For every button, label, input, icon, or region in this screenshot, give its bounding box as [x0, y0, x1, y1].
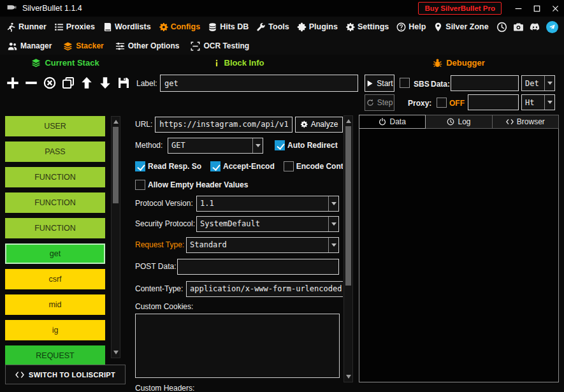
- stack-block-get-selected[interactable]: get: [5, 243, 105, 264]
- tab-manager[interactable]: Manager: [8, 41, 52, 51]
- menu-item-proxies[interactable]: Proxies: [54, 22, 95, 32]
- content-type-dropdown[interactable]: application/x-www-form-urlencoded: [186, 281, 343, 297]
- scroll-up-arrow[interactable]: [344, 117, 352, 126]
- post-data-caption: POST Data:: [135, 262, 175, 271]
- menu-item-tools[interactable]: Tools: [256, 22, 289, 32]
- method-caption: Method:: [135, 141, 165, 150]
- custom-cookies-textarea[interactable]: [135, 314, 340, 378]
- scroll-down-arrow[interactable]: [344, 372, 352, 381]
- accept-encoding-checkbox[interactable]: [210, 161, 221, 171]
- post-data-input[interactable]: [177, 259, 339, 275]
- data-input[interactable]: [451, 75, 519, 91]
- tab-browser[interactable]: Browser: [493, 115, 559, 129]
- screenshot-camera-icon[interactable]: [513, 22, 524, 33]
- allow-empty-headers-checkbox[interactable]: [135, 180, 145, 190]
- auto-redirect-checkbox[interactable]: [275, 140, 285, 150]
- menu-label: Plugins: [309, 22, 338, 31]
- chevron-down-icon: [328, 196, 338, 211]
- method-dropdown[interactable]: GET: [168, 138, 263, 154]
- runner-icon: [6, 22, 16, 32]
- menu-item-help[interactable]: Help: [396, 22, 426, 32]
- sbs-checkbox[interactable]: [400, 78, 410, 88]
- tab-log[interactable]: Log: [426, 115, 492, 129]
- menu-item-settings[interactable]: Settings: [345, 22, 389, 32]
- stack-block-user[interactable]: USER: [5, 116, 105, 136]
- stack-block-request[interactable]: REQUEST: [5, 345, 105, 365]
- menu-item-runner[interactable]: Runner: [6, 22, 47, 32]
- dropdown-value: SystemDefault: [197, 217, 328, 231]
- clone-block-button[interactable]: [61, 75, 76, 91]
- stack-block-mid[interactable]: mid: [5, 294, 105, 315]
- disable-block-button[interactable]: [42, 75, 57, 91]
- security-protocol-dropdown[interactable]: SystemDefault: [196, 216, 339, 232]
- block-info-scrollbar[interactable]: [343, 115, 353, 382]
- minimize-button[interactable]: [513, 3, 523, 13]
- menu-label: Runner: [18, 22, 47, 31]
- proxy-checkbox[interactable]: [437, 98, 447, 108]
- dropdown-value: GET: [168, 138, 252, 153]
- encode-content-checkbox[interactable]: [284, 161, 294, 171]
- tab-other-options[interactable]: Other Options: [115, 41, 180, 51]
- scroll-down-arrow[interactable]: [112, 348, 120, 357]
- menu-item-plugins[interactable]: Plugins: [297, 22, 338, 32]
- analyze-button[interactable]: Analyze: [295, 117, 343, 133]
- step-redo-icon: [366, 99, 374, 106]
- tab-stacker[interactable]: Stacker: [63, 41, 103, 51]
- stack-block-function[interactable]: FUNCTION: [5, 192, 105, 213]
- stack-block-function[interactable]: FUNCTION: [5, 167, 105, 187]
- title-bar: SilverBullet 1.1.4 Buy SilverBullet Pro: [0, 0, 564, 17]
- block-label-input[interactable]: [160, 75, 358, 92]
- move-block-up-button[interactable]: [79, 75, 94, 91]
- menu-item-silver-zone[interactable]: Silver Zone: [433, 22, 488, 32]
- tab-data[interactable]: Data: [359, 115, 426, 129]
- menu-label: Help: [409, 22, 426, 31]
- subnav-label: Stacker: [76, 41, 103, 50]
- switch-to-loliscript-button[interactable]: SWITCH TO LOLISCRIPT: [5, 365, 126, 384]
- stack-block-csrf[interactable]: csrf: [5, 269, 105, 289]
- move-block-down-button[interactable]: [98, 75, 113, 91]
- scroll-thumb[interactable]: [113, 127, 119, 203]
- data-type-dropdown[interactable]: Det: [521, 75, 555, 91]
- menu-item-wordlists[interactable]: Wordlists: [103, 22, 151, 32]
- stack-block-pass[interactable]: PASS: [5, 142, 105, 162]
- history-icon[interactable]: [496, 22, 507, 33]
- menu-label: Proxies: [66, 22, 95, 31]
- analyze-label: Analyze: [311, 120, 338, 129]
- scroll-up-arrow[interactable]: [112, 117, 120, 126]
- info-icon: [213, 59, 221, 67]
- add-block-button[interactable]: [5, 75, 20, 91]
- close-button[interactable]: [550, 3, 560, 13]
- tab-ocr-testing[interactable]: OCR Testing: [191, 41, 249, 51]
- scroll-thumb[interactable]: [345, 126, 351, 286]
- menu-item-configs[interactable]: Configs: [159, 22, 201, 32]
- stack-block-ig[interactable]: ig: [5, 320, 105, 340]
- read-response-checkbox[interactable]: [135, 161, 145, 171]
- step-button[interactable]: Step: [365, 94, 394, 111]
- stack-block-function[interactable]: FUNCTION: [5, 218, 105, 238]
- save-stack-button[interactable]: [116, 75, 131, 91]
- stack-scrollbar[interactable]: [111, 116, 120, 358]
- discord-icon[interactable]: [530, 22, 540, 33]
- sliders-icon: [115, 41, 125, 51]
- url-input[interactable]: [155, 117, 293, 133]
- main-menu-bar: Runner Proxies Wordlists Configs Hits DB…: [0, 17, 564, 37]
- chevron-down-icon: [544, 95, 554, 110]
- buy-pro-button[interactable]: Buy SilverBullet Pro: [418, 2, 502, 15]
- proxy-caption: Proxy:: [408, 99, 431, 108]
- protocol-version-dropdown[interactable]: 1.1: [196, 196, 339, 212]
- maximize-button[interactable]: [531, 3, 542, 13]
- subnav-label: OCR Testing: [203, 41, 249, 50]
- menu-label: Silver Zone: [445, 22, 488, 31]
- proxy-input[interactable]: [468, 94, 519, 110]
- telegram-icon[interactable]: [546, 21, 558, 33]
- configs-sub-nav: Manager Stacker Other Options OCR Testin…: [0, 37, 564, 55]
- proxy-type-dropdown[interactable]: Ht: [521, 94, 555, 110]
- menu-label: Tools: [268, 22, 289, 31]
- start-button[interactable]: Start: [365, 75, 394, 92]
- menu-item-hits-db[interactable]: Hits DB: [208, 22, 249, 32]
- request-type-dropdown[interactable]: Standard: [186, 237, 339, 253]
- remove-block-button[interactable]: [24, 75, 39, 91]
- subnav-label: Manager: [20, 41, 52, 50]
- content-type-caption: Content-Type:: [135, 284, 184, 293]
- encode-content-label: Encode Conte: [296, 162, 343, 171]
